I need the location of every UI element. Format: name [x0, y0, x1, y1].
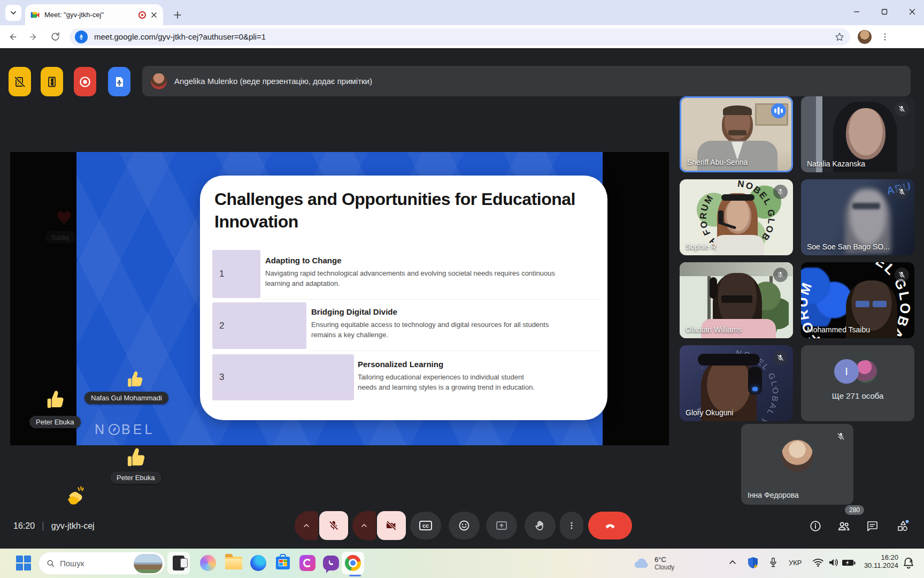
browser-menu-icon[interactable] [880, 32, 890, 42]
chevron-down-icon [10, 9, 17, 17]
reaction-name-label: Nafas Gul Mohammadi [84, 392, 168, 404]
fading-heart-reaction-icon [56, 207, 76, 226]
participant-tile-soe[interactable]: ARU Soe Soe San Bago SO... [801, 179, 914, 255]
security-shield-icon[interactable] [747, 557, 759, 569]
mic-muted-icon [895, 102, 909, 116]
minimize-icon [853, 9, 860, 15]
taskbar-search[interactable]: Пошук [38, 552, 165, 575]
record-icon [78, 75, 92, 89]
mic-options-button[interactable] [295, 511, 318, 540]
purple-g-app-icon[interactable] [298, 554, 317, 572]
slide-item-1: Adapting to Change Navigating rapid tech… [265, 256, 581, 289]
more-options-button[interactable] [560, 512, 583, 539]
volume-icon[interactable] [828, 558, 840, 567]
chrome-icon[interactable] [344, 554, 362, 572]
slide-item-2-number: 2 [219, 321, 224, 331]
participant-tile-olaotan[interactable]: Olaotan Williams [680, 262, 793, 338]
weather-condition: Cloudy [654, 564, 674, 571]
viber-icon[interactable] [322, 554, 340, 572]
address-bar[interactable]: meet.google.com/gyv-jtkh-cej?authuser=0&… [70, 28, 850, 45]
end-call-button[interactable] [588, 512, 632, 539]
captions-button[interactable]: cc [410, 512, 441, 539]
taskbar-app-dark-icon[interactable] [170, 554, 188, 572]
presenter-status-text: Angelika Mulenko (веде презентацію, дода… [174, 77, 372, 86]
copilot-icon[interactable] [199, 554, 217, 572]
browser-profile-avatar[interactable] [858, 30, 872, 44]
reactions-button[interactable] [449, 512, 480, 539]
raise-hand-button[interactable] [525, 512, 556, 539]
info-icon [809, 520, 822, 533]
tray-clock[interactable]: 16:20 30.11.2024 [862, 553, 898, 569]
person-hair [723, 105, 752, 115]
windows-start-button[interactable] [16, 556, 31, 571]
browser-tab[interactable]: Meet: "gyv-jtkh-cej" [25, 4, 163, 25]
divider [263, 299, 601, 300]
window-minimize-button[interactable] [849, 5, 864, 18]
participant-tile-mohammed[interactable]: NOBEL GLOBAL YOUTH FORUM Mohammed Tsaibu [801, 262, 914, 338]
edge-browser-icon[interactable] [249, 554, 267, 572]
reload-button[interactable] [46, 28, 64, 46]
people-panel-button[interactable] [836, 519, 851, 534]
weather-widget[interactable]: 6°C Cloudy [633, 556, 674, 571]
person-head [725, 199, 751, 234]
thumbs-up-reaction-icon [126, 369, 146, 390]
close-icon [909, 9, 915, 15]
forward-button[interactable] [25, 28, 43, 46]
present-screen-button[interactable] [486, 512, 517, 539]
slide-item-3-box: 3 [212, 354, 354, 400]
wifi-icon[interactable] [812, 558, 824, 567]
people-icon [837, 519, 851, 533]
tray-expand-button[interactable] [728, 558, 737, 567]
transcription-notes-button[interactable] [108, 67, 130, 96]
file-explorer-icon[interactable] [225, 554, 243, 572]
chat-panel-button[interactable] [865, 519, 880, 534]
tab-search-button[interactable] [5, 5, 21, 21]
participant-tile-glory[interactable]: NOBEL GLOBAL YOUTH FORUM Glory Okuguni [680, 345, 793, 421]
participant-tile-natalia[interactable]: Natalia Kazanska [801, 96, 914, 172]
participant-tile-sophie[interactable]: NOBEL GLOBAL YOUTH FORUM Sophie R [680, 179, 793, 255]
bookmark-star-icon[interactable] [834, 32, 845, 42]
end-call-icon [603, 519, 617, 533]
chevron-up-icon [302, 521, 311, 530]
more-participants-tile[interactable]: I Ще 271 особа [801, 345, 914, 421]
nobel-logo: NBEL [95, 422, 155, 437]
mic-muted-icon [773, 185, 788, 199]
plus-icon [173, 11, 182, 19]
activities-button[interactable] [895, 519, 910, 534]
participant-tile-inna[interactable]: Інна Федорова [741, 424, 853, 505]
camera-options-button[interactable] [352, 511, 376, 540]
language-indicator[interactable]: УКР [789, 559, 802, 567]
notifications-bell-icon[interactable] [903, 557, 914, 569]
site-mic-permission-icon[interactable] [75, 31, 88, 43]
chevron-up-icon [360, 521, 368, 530]
window-close-button[interactable] [905, 5, 920, 18]
camera-toggle-button[interactable] [377, 511, 406, 540]
attendance-off-button[interactable] [9, 67, 31, 96]
new-tab-button[interactable] [170, 7, 185, 22]
mic-toggle-button[interactable] [319, 511, 348, 540]
mic-muted-icon [895, 185, 909, 199]
microsoft-store-icon[interactable] [274, 554, 292, 572]
window-maximize-button[interactable] [877, 5, 892, 18]
tab-close-icon[interactable] [150, 11, 158, 19]
participant-name: Soe Soe San Bago SO... [807, 242, 890, 251]
recording-active-button[interactable] [74, 67, 96, 96]
participant-tile-sheriff[interactable]: Sheriff Abu-Senna [680, 96, 793, 172]
slide-item-2-title: Bridging Digital Divide [311, 307, 563, 316]
meeting-details-button[interactable] [808, 519, 823, 534]
slide-item-2: Bridging Digital Divide Ensuring equitab… [311, 307, 563, 340]
reload-icon [50, 32, 60, 42]
tray-mic-icon[interactable] [768, 556, 778, 569]
breakout-rooms-button[interactable] [41, 67, 63, 96]
headphones [710, 277, 717, 299]
tray-date: 30.11.2024 [862, 561, 898, 569]
back-button[interactable] [3, 28, 21, 46]
participant-name: Glory Okuguni [686, 408, 733, 417]
slide-item-1-title: Adapting to Change [265, 256, 581, 265]
search-highlight-image[interactable] [134, 554, 163, 573]
mic-muted-icon [773, 268, 788, 282]
participants-count-badge: 280 [845, 505, 864, 515]
activities-icon [896, 519, 910, 533]
person-glasses [852, 203, 880, 209]
battery-icon[interactable] [842, 559, 856, 567]
